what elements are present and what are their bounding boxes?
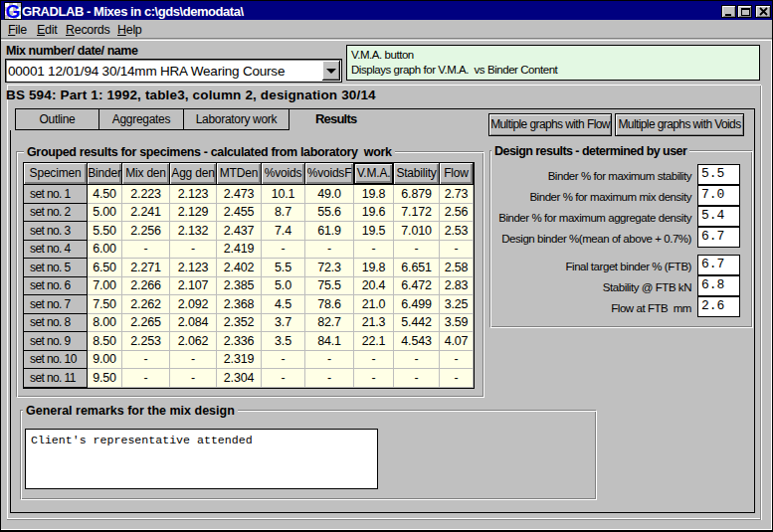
- svg-text:G: G: [6, 2, 21, 20]
